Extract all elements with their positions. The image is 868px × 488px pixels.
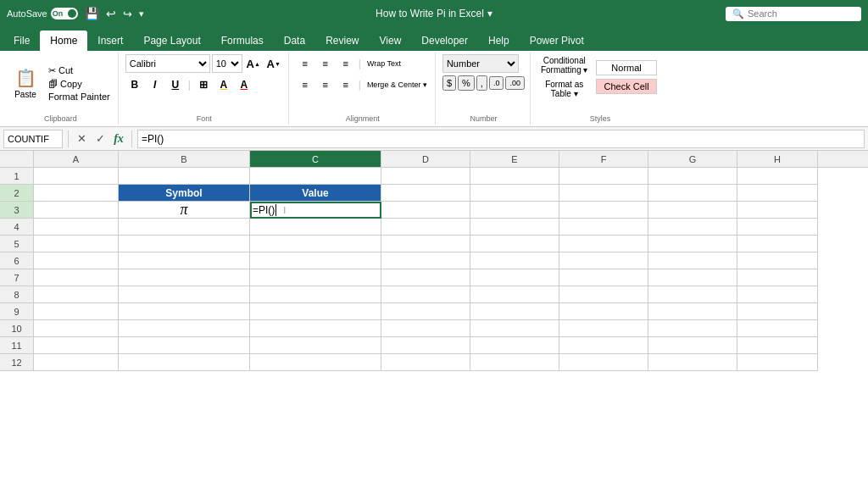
format-painter-button[interactable]: Format Painter [46, 91, 113, 103]
font-family-select[interactable]: Calibri [125, 54, 210, 73]
cell-f4[interactable] [559, 219, 648, 236]
cell-e8[interactable] [470, 286, 559, 303]
cell-c7[interactable] [250, 269, 381, 286]
cell-b7[interactable] [119, 269, 250, 286]
number-format-select[interactable]: Number [442, 54, 519, 73]
borders-button[interactable]: ⊞ [194, 75, 213, 94]
cell-a6[interactable] [34, 252, 119, 269]
percent-button[interactable]: % [458, 75, 475, 91]
cell-f12[interactable] [559, 354, 648, 371]
cell-d4[interactable] [381, 219, 470, 236]
cell-d12[interactable] [381, 354, 470, 371]
cell-e12[interactable] [470, 354, 559, 371]
cell-d1[interactable] [381, 168, 470, 185]
cell-h4[interactable] [737, 219, 818, 236]
align-left-button[interactable]: ≡ [296, 75, 314, 94]
cell-b2-symbol-header[interactable]: Symbol [119, 185, 250, 202]
col-header-b[interactable]: B [119, 151, 250, 167]
cell-a10[interactable] [34, 320, 119, 337]
cell-d9[interactable] [381, 303, 470, 320]
cell-g5[interactable] [648, 236, 737, 252]
cell-c8[interactable] [250, 286, 381, 303]
cell-f3[interactable] [559, 202, 648, 219]
cell-h6[interactable] [737, 252, 818, 269]
row-header-9[interactable]: 9 [0, 303, 34, 320]
cell-f8[interactable] [559, 286, 648, 303]
cell-b12[interactable] [119, 354, 250, 371]
cell-c9[interactable] [250, 303, 381, 320]
tab-data[interactable]: Data [274, 30, 315, 51]
cell-g9[interactable] [648, 303, 737, 320]
cell-h7[interactable] [737, 269, 818, 286]
tab-review[interactable]: Review [315, 30, 369, 51]
row-header-10[interactable]: 10 [0, 320, 34, 337]
row-header-7[interactable]: 7 [0, 269, 34, 286]
cell-f2[interactable] [559, 185, 648, 202]
tab-power-pivot[interactable]: Power Pivot [520, 30, 594, 51]
conditional-formatting-button[interactable]: ConditionalFormatting ▾ [537, 54, 592, 76]
check-cell-box[interactable]: Check Cell [596, 79, 656, 94]
row-header-2[interactable]: 2 [0, 185, 34, 202]
tab-developer[interactable]: Developer [411, 30, 478, 51]
cell-e1[interactable] [470, 168, 559, 185]
search-input[interactable] [748, 8, 849, 19]
cell-e4[interactable] [470, 219, 559, 236]
cell-b11[interactable] [119, 337, 250, 354]
tab-file[interactable]: File [3, 30, 40, 51]
cell-a2[interactable] [34, 185, 119, 202]
align-center-button[interactable]: ≡ [316, 75, 335, 94]
formula-fx-icon[interactable]: fx [111, 131, 126, 147]
cell-h10[interactable] [737, 320, 818, 337]
tab-view[interactable]: View [370, 30, 412, 51]
undo-icon[interactable]: ↩ [106, 7, 116, 20]
cell-d7[interactable] [381, 269, 470, 286]
bold-button[interactable]: B [125, 75, 144, 94]
name-box[interactable] [3, 130, 63, 148]
fill-color-button[interactable]: A [214, 75, 233, 94]
align-right-button[interactable]: ≡ [337, 75, 355, 94]
cell-f6[interactable] [559, 252, 648, 269]
cell-c2-value-header[interactable]: Value [250, 185, 381, 202]
cell-e10[interactable] [470, 320, 559, 337]
cell-c4[interactable] [250, 219, 381, 236]
cut-button[interactable]: ✂ Cut [46, 64, 113, 77]
cell-g8[interactable] [648, 286, 737, 303]
currency-button[interactable]: $ [442, 75, 456, 91]
row-header-4[interactable]: 4 [0, 219, 34, 236]
cell-e2[interactable] [470, 185, 559, 202]
cell-d5[interactable] [381, 236, 470, 252]
cell-g10[interactable] [648, 320, 737, 337]
merge-center-button[interactable]: Merge & Center ▾ [364, 75, 430, 94]
cell-c5[interactable] [250, 236, 381, 252]
cell-g1[interactable] [648, 168, 737, 185]
row-header-1[interactable]: 1 [0, 168, 34, 185]
increase-decimal-button[interactable]: .0 [489, 76, 504, 90]
cell-a5[interactable] [34, 236, 119, 252]
cell-b1[interactable] [119, 168, 250, 185]
cell-c12[interactable] [250, 354, 381, 371]
font-size-select[interactable]: 10 [212, 54, 242, 73]
comma-button[interactable]: , [476, 75, 487, 91]
cell-d8[interactable] [381, 286, 470, 303]
cell-e7[interactable] [470, 269, 559, 286]
cell-h1[interactable] [737, 168, 818, 185]
paste-button[interactable]: 📋 Paste [8, 66, 42, 101]
save-icon[interactable]: 💾 [85, 7, 99, 20]
formula-confirm-icon[interactable]: ✓ [92, 131, 108, 147]
cell-g6[interactable] [648, 252, 737, 269]
cell-a1[interactable] [34, 168, 119, 185]
cell-h2[interactable] [737, 185, 818, 202]
tab-home[interactable]: Home [40, 30, 87, 51]
row-header-8[interactable]: 8 [0, 286, 34, 303]
cell-c1[interactable] [250, 168, 381, 185]
tab-page-layout[interactable]: Page Layout [133, 30, 210, 51]
cell-c10[interactable] [250, 320, 381, 337]
cell-g4[interactable] [648, 219, 737, 236]
cell-f5[interactable] [559, 236, 648, 252]
cell-e9[interactable] [470, 303, 559, 320]
col-header-e[interactable]: E [470, 151, 559, 167]
formula-input[interactable] [137, 130, 865, 148]
cell-a9[interactable] [34, 303, 119, 320]
cell-g11[interactable] [648, 337, 737, 354]
cell-f1[interactable] [559, 168, 648, 185]
